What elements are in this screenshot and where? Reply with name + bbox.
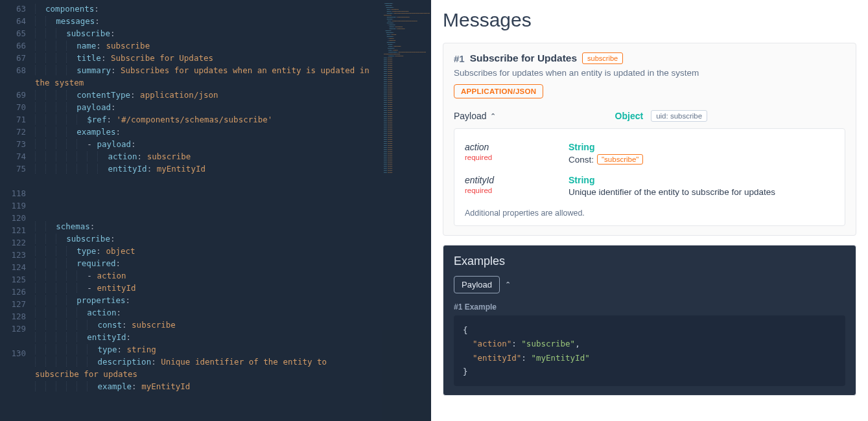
property-name: action [465, 142, 569, 152]
content-type-badge: APPLICATION/JSON [454, 84, 543, 98]
additional-properties-note: Additional properties are allowed. [465, 209, 834, 218]
message-number: #1 [454, 53, 465, 64]
schema-box: action required String Const: "subscribe… [454, 128, 845, 226]
message-card: #1 Subscribe for Updates subscribe Subsc… [443, 43, 856, 236]
minimap[interactable]: ▬▬▬▬▬▬▬▬▬▬▬ ▬▬▬▬▬▬▬▬▬ ▬▬▬▬▬▬▬▬▬▬ ▬▬▬▬▬▬▬… [382, 0, 431, 421]
code-editor[interactable]: 6364656667686970717273747511811912012112… [0, 0, 431, 421]
payload-toggle[interactable]: Payload ⌃ [454, 111, 496, 121]
examples-title: Examples [454, 255, 845, 268]
property-row: action required String Const: "subscribe… [465, 137, 834, 170]
payload-label-text: Payload [454, 111, 487, 121]
property-type: String [569, 142, 834, 152]
examples-card: Examples Payload ⌃ #1 Example { "action"… [443, 245, 856, 396]
doc-pane[interactable]: Messages #1 Subscribe for Updates subscr… [431, 0, 868, 421]
code-line: } [463, 365, 836, 378]
const-label: Const: [569, 155, 594, 165]
example-code[interactable]: { "action": "subscribe", "entityId": "my… [454, 315, 845, 386]
property-name: entityId [465, 175, 569, 185]
message-title: Subscribe for Updates [470, 52, 577, 64]
code-area[interactable]: components: messages: subscribe: name: s… [30, 0, 431, 421]
const-value: "subscribe" [597, 154, 643, 165]
property-description: Unique identifier of the entity to subsc… [569, 187, 834, 197]
payload-example-button[interactable]: Payload [454, 276, 500, 293]
message-tag: subscribe [582, 52, 623, 64]
example-label: #1 Example [454, 302, 845, 312]
property-row: entityId required String Unique identifi… [465, 170, 834, 202]
uid-tag: uid: subscribe [651, 110, 707, 122]
code-line: { [463, 323, 836, 337]
chevron-up-icon: ⌃ [490, 112, 496, 120]
line-number-gutter: 6364656667686970717273747511811912012112… [0, 0, 30, 421]
payload-type: Object [615, 111, 644, 121]
required-label: required [465, 187, 569, 194]
code-line: "entityId": "myEntityId" [463, 351, 836, 365]
message-summary: Subscribes for updates when an entity is… [454, 68, 845, 78]
required-label: required [465, 154, 569, 161]
page-title: Messages [443, 9, 856, 31]
chevron-up-icon[interactable]: ⌃ [505, 280, 511, 289]
code-line: "action": "subscribe", [463, 337, 836, 350]
property-type: String [569, 175, 834, 185]
